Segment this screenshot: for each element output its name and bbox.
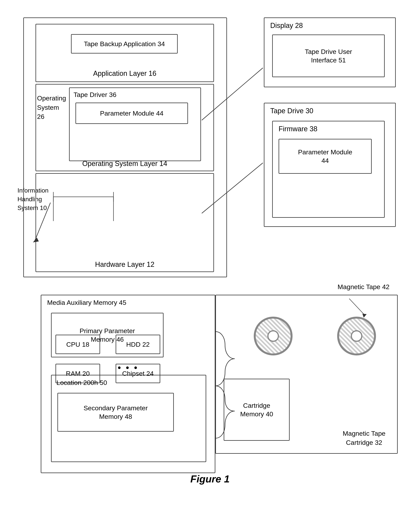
- tape-drive-label: Tape Drive 30: [270, 107, 313, 115]
- parameter-module-td-label: Parameter Module 44: [298, 148, 352, 165]
- reel-right: [337, 317, 376, 355]
- tape-driver-box: Tape Driver 36 Parameter Module 44: [69, 87, 201, 161]
- secondary-param-box: Secondary Parameter Memory 48: [57, 393, 174, 432]
- parameter-module-os-label: Parameter Module 44: [100, 109, 163, 118]
- os-layer-label: Operating System Layer 14: [82, 160, 167, 168]
- app-layer-box: Tape Backup Application 34 Application L…: [36, 24, 214, 82]
- cartridge-outer-box: Cartridge Memory 40 Magnetic Tape Cartri…: [215, 295, 398, 454]
- hw-layer-box: CPU 18 HDD 22 RAM 20 Chipset 24 Hardware…: [36, 173, 214, 272]
- tape-drive-ui-box: Tape Drive User Interface 51: [272, 35, 385, 77]
- info-handling-system-box: Tape Backup Application 34 Application L…: [23, 17, 227, 277]
- cartridge-memory-label: Cartridge Memory 40: [240, 401, 273, 418]
- display-box: Display 28 Tape Drive User Interface 51: [264, 17, 396, 87]
- tape-driver-label: Tape Driver 36: [74, 91, 116, 98]
- primary-param-label: Primary Parameter Memory 46: [80, 326, 135, 344]
- magnetic-tape-cartridge-label: Magnetic Tape Cartridge 32: [343, 429, 385, 447]
- firmware-box: Firmware 38 Parameter Module 44: [272, 121, 385, 218]
- magnetic-tape-label: Magnetic Tape 42: [338, 283, 390, 291]
- reel-inner-left: [267, 330, 279, 342]
- tape-backup-app-label: Tape Backup Application 34: [84, 40, 165, 48]
- parameter-module-td-box: Parameter Module 44: [279, 139, 372, 174]
- dots-label: • • •: [118, 362, 138, 373]
- reel-container: [231, 299, 398, 373]
- app-layer-label: Application Layer 16: [93, 69, 156, 78]
- tape-backup-app-box: Tape Backup Application 34: [71, 34, 178, 54]
- media-aux-label: Media Auxiliary Memory 45: [47, 299, 126, 306]
- figure-label: Figure 1: [190, 473, 230, 485]
- secondary-param-label: Secondary Parameter Memory 48: [84, 404, 148, 421]
- location-label: Location 200h 50: [56, 379, 107, 386]
- tape-drive-ui-label: Tape Drive User Interface 51: [305, 47, 352, 64]
- location-box: Location 200h 50 Secondary Parameter Mem…: [51, 375, 206, 462]
- firmware-label: Firmware 38: [279, 125, 317, 133]
- media-aux-box: Media Auxiliary Memory 45 Primary Parame…: [41, 295, 215, 473]
- reel-left: [254, 317, 293, 355]
- parameter-module-os-box: Parameter Module 44: [75, 103, 188, 124]
- primary-param-box: Primary Parameter Memory 46: [51, 313, 163, 357]
- tape-drive-box: Tape Drive 30 Firmware 38 Parameter Modu…: [264, 103, 396, 227]
- reel-inner-right: [351, 330, 362, 342]
- hw-layer-label: Hardware Layer 12: [95, 260, 154, 269]
- os-layer-box: Tape Driver 36 Parameter Module 44 Opera…: [36, 84, 214, 171]
- display-label: Display 28: [270, 22, 303, 30]
- cartridge-memory-box: Cartridge Memory 40: [224, 379, 290, 441]
